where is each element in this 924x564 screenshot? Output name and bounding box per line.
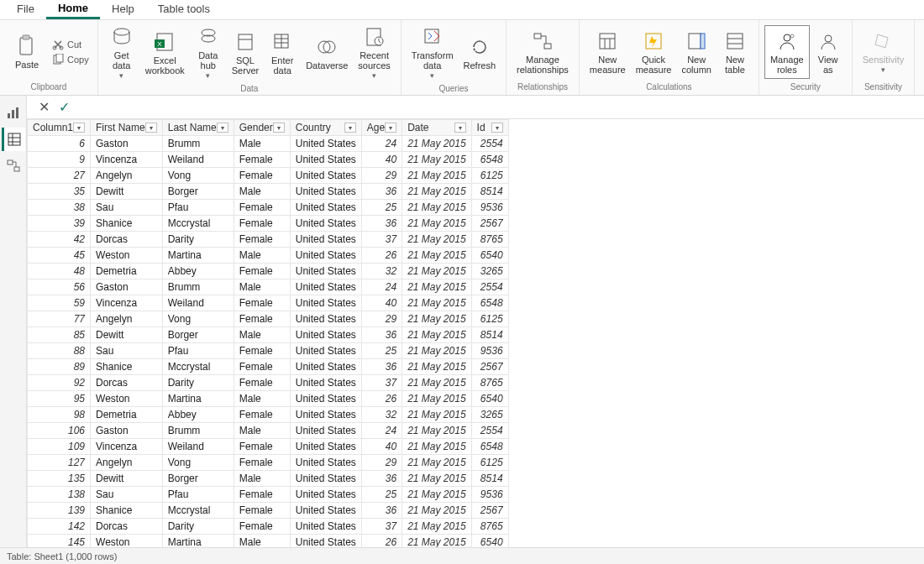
cell[interactable]: 77 xyxy=(28,311,91,327)
tab-file[interactable]: File xyxy=(5,0,46,19)
cell[interactable]: Male xyxy=(234,535,290,548)
cell[interactable]: Female xyxy=(234,375,290,391)
cell[interactable]: Vincenza xyxy=(91,295,163,311)
tab-table-tools[interactable]: Table tools xyxy=(146,0,222,19)
table-row[interactable]: 27AngelynVongFemaleUnited States2921 May… xyxy=(28,168,509,184)
new-column-button[interactable]: New column xyxy=(676,26,716,78)
cell[interactable]: 29 xyxy=(361,455,402,471)
cell[interactable]: 39 xyxy=(28,216,91,232)
cell[interactable]: 36 xyxy=(361,216,402,232)
cell[interactable]: Dorcas xyxy=(91,232,163,248)
cell[interactable]: 138 xyxy=(28,487,91,503)
cell[interactable]: 88 xyxy=(28,343,91,359)
cell[interactable]: Angelyn xyxy=(91,168,163,184)
filter-dropdown-icon[interactable]: ▾ xyxy=(73,123,85,133)
cell[interactable]: Female xyxy=(234,519,290,535)
cell[interactable]: 2567 xyxy=(471,503,508,519)
cell[interactable]: 24 xyxy=(361,423,402,439)
cell[interactable]: Weiland xyxy=(162,152,234,168)
cell[interactable]: Dewitt xyxy=(91,471,163,487)
filter-dropdown-icon[interactable]: ▾ xyxy=(344,123,356,133)
cell[interactable]: Gaston xyxy=(91,423,163,439)
quick-measure-button[interactable]: Quick measure xyxy=(631,26,677,78)
cell[interactable]: 40 xyxy=(361,295,402,311)
cell[interactable]: Female xyxy=(234,200,290,216)
cell[interactable]: 27 xyxy=(28,168,91,184)
cell[interactable]: United States xyxy=(290,439,361,455)
cell[interactable]: 56 xyxy=(28,279,91,295)
cell[interactable]: 8514 xyxy=(471,184,508,200)
cell[interactable]: Female xyxy=(234,359,290,375)
cell[interactable]: 21 May 2015 xyxy=(402,295,471,311)
cell[interactable]: 42 xyxy=(28,232,91,248)
cell[interactable]: Dewitt xyxy=(91,327,163,343)
filter-dropdown-icon[interactable]: ▾ xyxy=(145,123,157,133)
cell[interactable]: 21 May 2015 xyxy=(402,359,471,375)
cell[interactable]: Female xyxy=(234,343,290,359)
cell[interactable]: 8514 xyxy=(471,327,508,343)
cell[interactable]: 21 May 2015 xyxy=(402,375,471,391)
cell[interactable]: 21 May 2015 xyxy=(402,455,471,471)
sql-server-button[interactable]: SQL Server xyxy=(227,27,264,79)
cell[interactable]: Abbey xyxy=(162,407,234,423)
cell[interactable]: United States xyxy=(290,359,361,375)
cell[interactable]: 8765 xyxy=(471,375,508,391)
cell[interactable]: 2567 xyxy=(471,359,508,375)
cell[interactable]: Vincenza xyxy=(91,439,163,455)
cell[interactable]: Weston xyxy=(91,248,163,264)
cell[interactable]: 21 May 2015 xyxy=(402,311,471,327)
cell[interactable]: Male xyxy=(234,327,290,343)
cell[interactable]: 106 xyxy=(28,423,91,439)
copy-button[interactable]: Copy xyxy=(49,52,92,67)
cell[interactable]: Demetria xyxy=(91,407,163,423)
table-row[interactable]: 59VincenzaWeilandFemaleUnited States4021… xyxy=(28,295,509,311)
cell[interactable]: 36 xyxy=(361,184,402,200)
cell[interactable]: 98 xyxy=(28,407,91,423)
cell[interactable]: Male xyxy=(234,391,290,407)
cell[interactable]: 21 May 2015 xyxy=(402,487,471,503)
table-row[interactable]: 9VincenzaWeilandFemaleUnited States4021 … xyxy=(28,152,509,168)
cell[interactable]: Weiland xyxy=(162,439,234,455)
cell[interactable]: Female xyxy=(234,487,290,503)
data-view-button[interactable] xyxy=(2,128,25,151)
cell[interactable]: 21 May 2015 xyxy=(402,407,471,423)
cell[interactable]: 142 xyxy=(28,519,91,535)
cell[interactable]: 6548 xyxy=(471,295,508,311)
cell[interactable]: United States xyxy=(290,216,361,232)
cell[interactable]: Borger xyxy=(162,327,234,343)
cell[interactable]: 37 xyxy=(361,232,402,248)
cell[interactable]: Pfau xyxy=(162,200,234,216)
cell[interactable]: 21 May 2015 xyxy=(402,279,471,295)
cell[interactable]: Weston xyxy=(91,391,163,407)
paste-button[interactable]: Paste xyxy=(8,31,45,73)
cell[interactable]: Male xyxy=(234,423,290,439)
cell[interactable]: United States xyxy=(290,423,361,439)
column-header[interactable]: Last Name▾ xyxy=(162,120,234,136)
cell[interactable]: United States xyxy=(290,535,361,548)
cell[interactable]: Angelyn xyxy=(91,455,163,471)
cell[interactable]: 85 xyxy=(28,327,91,343)
cell[interactable]: United States xyxy=(290,232,361,248)
table-row[interactable]: 89ShaniceMccrystalFemaleUnited States362… xyxy=(28,359,509,375)
cell[interactable]: 9536 xyxy=(471,487,508,503)
cell[interactable]: Female xyxy=(234,407,290,423)
cell[interactable]: 21 May 2015 xyxy=(402,232,471,248)
cell[interactable]: Dorcas xyxy=(91,519,163,535)
cell[interactable]: 6548 xyxy=(471,152,508,168)
cell[interactable]: Weston xyxy=(91,535,163,548)
cell[interactable]: United States xyxy=(290,264,361,279)
cell[interactable]: 26 xyxy=(361,248,402,264)
table-row[interactable]: 98DemetriaAbbeyFemaleUnited States3221 M… xyxy=(28,407,509,423)
cell[interactable]: Sau xyxy=(91,343,163,359)
column-header[interactable]: Column1▾ xyxy=(28,120,91,136)
cell[interactable]: Female xyxy=(234,264,290,279)
cell[interactable]: United States xyxy=(290,311,361,327)
cell[interactable]: 89 xyxy=(28,359,91,375)
new-measure-button[interactable]: New measure xyxy=(585,26,631,78)
cell[interactable]: 6125 xyxy=(471,455,508,471)
cell[interactable]: United States xyxy=(290,295,361,311)
cell[interactable]: Sau xyxy=(91,487,163,503)
cell[interactable]: Vong xyxy=(162,311,234,327)
report-view-button[interactable] xyxy=(2,101,25,124)
cell[interactable]: Brumm xyxy=(162,279,234,295)
